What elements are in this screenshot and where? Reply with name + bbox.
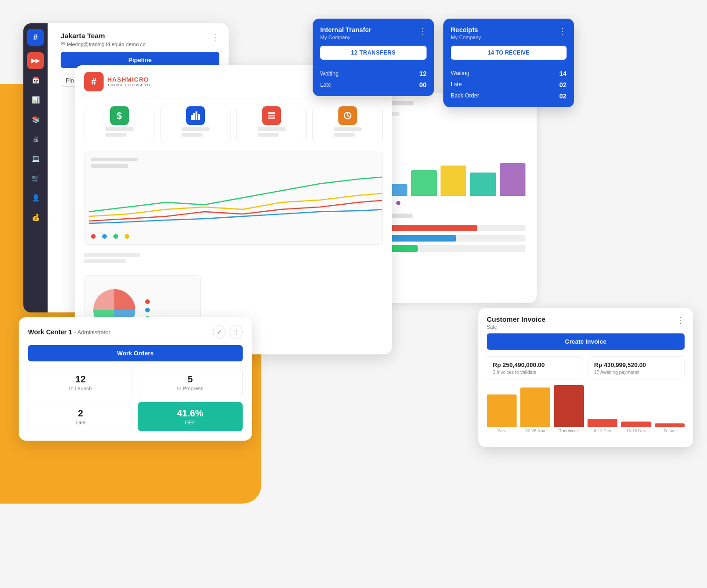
- invoice-title: Customer Invoice: [487, 315, 546, 323]
- receipts-card: Receipts My Company ⋮ 14 TO RECEIVE Wait…: [443, 19, 574, 107]
- invoice-amount-1: Rp 250,490,000.00 3 Invoices to validate: [487, 356, 583, 380]
- hashmicro-logo: # HASHMICRO THINK FORWARD: [84, 72, 151, 91]
- nav-item-money[interactable]: 💰: [27, 209, 44, 226]
- invoice-amount-1-value: Rp 250,490,000.00: [493, 361, 577, 368]
- widget-sales[interactable]: $: [84, 106, 154, 143]
- hm-hash: #: [91, 76, 96, 87]
- invoice-card: Customer Invoice Sale ⋮ Create Invoice R…: [478, 308, 693, 447]
- dollar-icon: $: [110, 106, 129, 125]
- transfer-menu-icon[interactable]: ⋮: [418, 26, 427, 36]
- invoice-amount-2-label: 17 Awaiting payments: [594, 370, 679, 375]
- transfer-waiting-row: Waiting 12: [320, 70, 427, 77]
- invoice-amount-1-label: 3 Invoices to validate: [493, 370, 577, 375]
- nav-item-monitor[interactable]: 💻: [27, 150, 44, 167]
- svg-rect-0: [191, 115, 193, 120]
- workcenter-expand-icon[interactable]: ⤢: [213, 325, 226, 339]
- stat-oee-num: 41.6%: [145, 408, 236, 419]
- receipts-menu-icon[interactable]: ⋮: [558, 26, 567, 40]
- transfer-late-row: Late 00: [320, 81, 427, 89]
- nav-item-cart[interactable]: 🛒: [27, 170, 44, 187]
- hm-main-text: HASHMICRO: [107, 76, 151, 83]
- workcenter-icons: ⤢ ⋮: [213, 325, 243, 339]
- svg-rect-4: [268, 112, 275, 114]
- logo-hash: #: [33, 33, 38, 42]
- svg-rect-6: [268, 117, 275, 118]
- workcenter-card: Work Center 1 - Administrator ⤢ ⋮ Work O…: [19, 317, 252, 441]
- stat-progress-num: 5: [145, 374, 236, 385]
- email-icon: ✉: [61, 41, 65, 47]
- jakarta-menu-icon[interactable]: ⋮: [211, 32, 219, 42]
- jakarta-title: Jakarta Team: [61, 32, 146, 40]
- workcenter-separator: -: [74, 329, 77, 336]
- nav-item-printer[interactable]: 🖨: [27, 131, 44, 147]
- line-chart-section: [84, 152, 383, 245]
- workcenter-menu-icon[interactable]: ⋮: [230, 325, 243, 339]
- create-invoice-button[interactable]: Create Invoice: [487, 333, 685, 350]
- inv-bar-6-12dec: 6-12 Dec: [588, 419, 617, 433]
- jakarta-subtitle: ✉ telering@trading-id.equio-demo.co: [61, 41, 146, 47]
- svg-rect-3: [198, 114, 200, 120]
- transfer-waiting-label: Waiting: [320, 70, 339, 77]
- stat-launch-num: 12: [35, 374, 126, 385]
- erp-content-lines: [75, 249, 392, 268]
- receipts-waiting-value: 14: [559, 70, 567, 77]
- svg-rect-1: [193, 113, 195, 120]
- work-orders-button[interactable]: Work Orders: [28, 345, 243, 361]
- svg-rect-7: [268, 118, 275, 119]
- receipts-late-label: Late: [451, 81, 462, 89]
- internal-transfer-card: Internal Transfer My Company ⋮ 12 TRANSF…: [313, 19, 434, 96]
- receipts-backorder-value: 02: [559, 92, 567, 100]
- nav-item-calendar[interactable]: 📅: [27, 72, 44, 89]
- inv-bar-13-19dec: 13-19 Dec: [621, 422, 651, 433]
- receipts-header: Receipts My Company ⋮: [443, 19, 574, 46]
- widget-orders[interactable]: [312, 106, 383, 143]
- stat-progress-label: In Progress: [145, 386, 236, 391]
- stat-late-num: 2: [35, 408, 126, 419]
- receipts-title: Receipts: [451, 26, 481, 34]
- widget-analytics[interactable]: [160, 106, 231, 143]
- transfer-late-value: 00: [419, 81, 427, 89]
- nav-item-books[interactable]: 📚: [27, 111, 44, 128]
- workcenter-title: Work Center 1: [28, 328, 72, 336]
- invoice-bars-container: Past 22-28 Nov This Week 6-12 Dec 13-19 …: [487, 387, 685, 433]
- line-chart-svg: [89, 170, 383, 230]
- workcenter-stat-oee: 41.6% OEE: [138, 402, 243, 431]
- workcenter-admin: Administrator: [77, 329, 111, 336]
- bar-chart-icon: [186, 106, 205, 125]
- invoice-amount-2: Rp 430,999,520.00 17 Awaiting payments: [588, 356, 685, 380]
- transfers-button[interactable]: 12 TRANSFERS: [320, 46, 427, 60]
- nav-item-user[interactable]: 👤: [27, 189, 44, 206]
- stat-late-label: Late: [35, 420, 126, 425]
- widget-inventory[interactable]: [236, 106, 307, 143]
- transfer-title: Internal Transfer: [320, 26, 371, 34]
- receipts-waiting-row: Waiting 14: [451, 70, 567, 77]
- nav-item-chart[interactable]: 📊: [27, 91, 44, 108]
- inv-bar-past: Past: [487, 394, 517, 433]
- stat-launch-label: to Launch: [35, 386, 126, 391]
- transfer-late-label: Late: [320, 82, 331, 88]
- jakarta-header: Jakarta Team ✉ telering@trading-id.equio…: [51, 23, 229, 52]
- inv-bar-this-week: This Week: [554, 385, 584, 433]
- erp-dashboard-card: # HASHMICRO THINK FORWARD ☰ ERP Dashboar…: [75, 65, 392, 354]
- inv-bar-nov: 22-28 Nov: [520, 387, 550, 433]
- receive-button[interactable]: 14 TO RECEIVE: [451, 46, 567, 60]
- workcenter-stat-launch: 12 to Launch: [28, 368, 133, 397]
- invoice-amount-2-value: Rp 430,999,520.00: [594, 361, 679, 368]
- inventory-icon: [262, 106, 281, 125]
- invoice-menu-icon[interactable]: ⋮: [676, 315, 685, 330]
- invoice-header: Customer Invoice Sale ⋮: [478, 308, 693, 333]
- nav-item-fast-forward[interactable]: ▶▶: [27, 52, 44, 69]
- receipts-backorder-row: Back Order 02: [451, 92, 567, 100]
- nav-logo: #: [27, 29, 44, 46]
- inv-bar-future: Future: [655, 423, 685, 433]
- workcenter-stat-progress: 5 In Progress: [138, 368, 243, 397]
- receipts-stats: Waiting 14 Late 02 Back Order 02: [443, 65, 574, 107]
- hm-text: HASHMICRO THINK FORWARD: [107, 76, 151, 87]
- svg-rect-5: [268, 115, 275, 116]
- erp-widgets: $: [75, 98, 392, 148]
- receipts-waiting-label: Waiting: [451, 70, 469, 77]
- transfer-waiting-value: 12: [419, 70, 427, 77]
- hm-sub-text: THINK FORWARD: [107, 83, 151, 87]
- orders-icon: [338, 106, 357, 125]
- svg-line-10: [348, 116, 350, 117]
